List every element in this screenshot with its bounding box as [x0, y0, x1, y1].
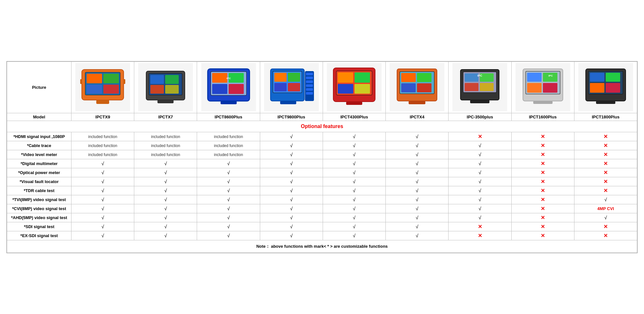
included-label: included function — [151, 134, 180, 139]
svg-rect-82 — [606, 83, 620, 93]
svg-rect-17 — [157, 100, 174, 103]
cell-9-4: √ — [323, 213, 385, 222]
check-icon: √ — [164, 224, 167, 229]
check-icon: √ — [164, 179, 167, 184]
feature-label-3: *Digital multimeter — [7, 159, 71, 168]
feature-label-0: *HDMI signal input ,1080P — [7, 132, 71, 141]
device-cell-ipct1600: IPC — [511, 61, 574, 113]
check-icon: √ — [416, 233, 418, 238]
feature-label-9: *AHD(5MP) video signal test — [7, 213, 71, 222]
check-icon: √ — [101, 206, 104, 211]
svg-rect-46 — [355, 72, 370, 83]
cell-2-2: included function — [197, 150, 260, 159]
svg-rect-22 — [229, 73, 244, 83]
check-icon: √ — [290, 152, 293, 157]
svg-rect-79 — [590, 73, 604, 82]
cell-5-7: ✕ — [511, 177, 574, 186]
cell-4-2: √ — [197, 168, 260, 177]
svg-rect-13 — [150, 75, 164, 84]
cell-1-4: √ — [323, 141, 385, 150]
check-icon: √ — [227, 233, 230, 238]
svg-rect-38 — [306, 84, 313, 87]
feature-row-10: *SDI signal test√√√√√√✕✕✕ — [7, 222, 637, 231]
check-icon: √ — [164, 170, 167, 175]
cross-icon: ✕ — [603, 233, 608, 238]
check-icon: √ — [101, 170, 104, 175]
model-header-label: Model — [7, 113, 71, 121]
svg-rect-41 — [280, 101, 296, 104]
check-icon: √ — [353, 233, 355, 238]
cell-0-1: included function — [134, 132, 197, 141]
cell-8-5: √ — [386, 204, 449, 213]
cell-3-1: √ — [134, 159, 197, 168]
cell-10-1: √ — [134, 222, 197, 231]
svg-rect-48 — [355, 84, 370, 94]
cell-2-4: √ — [323, 150, 385, 159]
svg-rect-37 — [306, 80, 313, 83]
svg-text:IPC: IPC — [226, 77, 231, 80]
check-icon: √ — [353, 188, 355, 193]
feature-row-2: *Video level meterincluded functioninclu… — [7, 150, 637, 159]
feature-label-4: *Optical power meter — [7, 168, 71, 177]
cell-4-0: √ — [71, 168, 134, 177]
svg-rect-45 — [338, 72, 353, 83]
cell-2-7: ✕ — [511, 150, 574, 159]
cell-8-3: √ — [260, 204, 323, 213]
check-icon: √ — [164, 161, 167, 166]
svg-rect-8 — [80, 79, 82, 84]
check-icon: √ — [101, 215, 104, 220]
check-icon: √ — [478, 188, 481, 193]
cell-3-4: √ — [323, 159, 385, 168]
svg-rect-25 — [221, 101, 237, 104]
model-ipct4300: IPCT4300Plus — [323, 113, 385, 121]
check-icon: √ — [416, 179, 418, 184]
check-icon: √ — [164, 215, 167, 220]
check-icon: √ — [416, 161, 418, 166]
svg-rect-56 — [417, 83, 431, 92]
cell-11-1: √ — [134, 231, 197, 240]
cross-icon: ✕ — [541, 206, 545, 211]
comparison-table-wrapper: Picture — [6, 61, 638, 253]
svg-rect-53 — [401, 73, 416, 82]
cell-4-8: ✕ — [574, 168, 637, 177]
svg-text:IPC: IPC — [548, 74, 553, 77]
cross-icon: ✕ — [541, 152, 545, 157]
check-icon: √ — [353, 152, 355, 157]
cell-11-2: √ — [197, 231, 260, 240]
svg-rect-31 — [288, 73, 300, 82]
cell-11-4: √ — [323, 231, 385, 240]
model-ipct1600: IPCT1600Plus — [511, 113, 574, 121]
cell-6-6: √ — [449, 186, 511, 195]
device-cell-ipctx7 — [134, 61, 197, 113]
check-icon: √ — [164, 197, 167, 202]
feature-row-9: *AHD(5MP) video signal test√√√√√√√✕√ — [7, 213, 637, 222]
svg-rect-7 — [96, 100, 109, 104]
cross-icon: ✕ — [541, 170, 545, 175]
picture-label-cell: Picture — [7, 61, 71, 113]
model-ipctx9: IPCTX9 — [71, 113, 134, 121]
check-icon: √ — [478, 170, 481, 175]
cell-1-7: ✕ — [511, 141, 574, 150]
check-icon: √ — [227, 170, 230, 175]
svg-rect-16 — [165, 85, 179, 94]
cell-3-0: √ — [71, 159, 134, 168]
check-icon: √ — [290, 170, 293, 175]
svg-rect-61 — [465, 73, 478, 82]
cell-0-0: included function — [71, 132, 134, 141]
feature-label-10: *SDI signal test — [7, 222, 71, 231]
included-label: included function — [151, 152, 180, 157]
device-cell-ipctx4 — [386, 61, 449, 113]
check-icon: √ — [478, 197, 481, 202]
cell-0-6: ✕ — [449, 132, 511, 141]
feature-row-4: *Optical power meter√√√√√√√✕✕ — [7, 168, 637, 177]
check-icon: √ — [290, 161, 293, 166]
cell-9-1: √ — [134, 213, 197, 222]
cell-8-1: √ — [134, 204, 197, 213]
cell-1-2: included function — [197, 141, 260, 150]
cell-6-4: √ — [323, 186, 385, 195]
feature-row-11: *EX-SDI signal test√√√√√√✕✕✕ — [7, 231, 637, 240]
cross-icon: ✕ — [541, 161, 545, 166]
device-cell-ipc3500: IPC — [449, 61, 511, 113]
svg-rect-73 — [543, 83, 557, 93]
cell-8-2: √ — [197, 204, 260, 213]
